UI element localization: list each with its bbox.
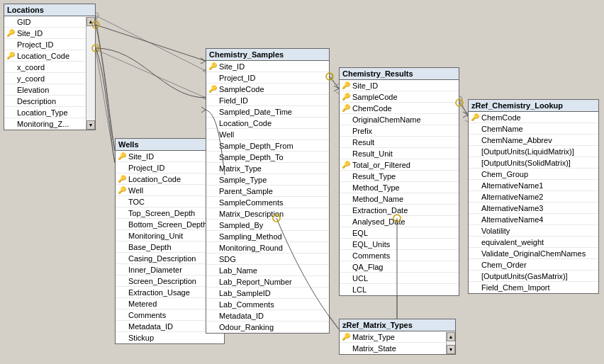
- no-key-icon: [471, 125, 479, 133]
- pk-icon: 🔑: [342, 161, 350, 169]
- table-row: Volatility: [469, 225, 598, 237]
- chemistry-results-body: 🔑Site_ID 🔑SampleCode 🔑ChemCode OriginalC…: [340, 80, 459, 295]
- table-row: 🔑Site_ID: [206, 61, 329, 72]
- table-row: Matrix_State: [340, 343, 455, 354]
- svg-line-36: [459, 103, 468, 115]
- table-row: Sample_Type: [206, 174, 329, 186]
- scroll-down-button[interactable]: ▼: [86, 120, 95, 130]
- no-key-icon: [6, 86, 15, 94]
- no-key-icon: [208, 198, 217, 207]
- no-key-icon: [118, 198, 126, 206]
- pk-icon: 🔑: [342, 333, 350, 341]
- no-key-icon: [118, 288, 126, 297]
- table-row: Result: [340, 137, 459, 148]
- table-row: AlternativeName1: [469, 180, 598, 191]
- locations-scrollbar[interactable]: ▲ ▼: [86, 17, 95, 130]
- table-row: AlternativeName4: [469, 214, 598, 225]
- table-row: GID: [4, 16, 95, 28]
- table-row: y_coord: [4, 73, 95, 84]
- no-key-icon: [208, 289, 217, 297]
- table-row: Sample_Depth_To: [206, 152, 329, 163]
- table-row: QA_Flag: [340, 261, 459, 273]
- table-row: Extraction_Date: [340, 205, 459, 216]
- table-row: Project_ID: [4, 39, 95, 50]
- table-row: AlternativeName3: [469, 203, 598, 214]
- no-key-icon: [208, 312, 217, 320]
- no-key-icon: [471, 193, 479, 201]
- no-key-icon: [208, 96, 217, 105]
- svg-line-4: [96, 50, 206, 98]
- no-key-icon: [118, 220, 126, 229]
- table-row: Sampled_Date_Time: [206, 106, 329, 118]
- no-key-icon: [342, 344, 350, 353]
- pk-icon: 🔑: [471, 113, 479, 122]
- no-key-icon: [208, 153, 217, 161]
- table-row: EQL_Units: [340, 239, 459, 250]
- no-key-icon: [6, 74, 15, 83]
- table-row: Sampling_Method: [206, 231, 329, 242]
- pk-icon: 🔑: [118, 175, 126, 183]
- no-key-icon: [208, 119, 217, 127]
- svg-line-33: [334, 86, 339, 89]
- no-key-icon: [6, 97, 15, 106]
- table-row: Matrix_Description: [206, 208, 329, 220]
- pk-icon: 🔑: [342, 81, 350, 90]
- zref-chemistry-lookup-title: zRef_Chemistry_Lookup: [471, 101, 563, 110]
- no-key-icon: [208, 278, 217, 286]
- zref-matrix-types-table: zRef_Matrix_Types 🔑Matrix_Type Matrix_St…: [339, 319, 456, 355]
- no-key-icon: [471, 249, 479, 258]
- no-key-icon: [471, 215, 479, 224]
- locations-title: Locations: [7, 6, 44, 14]
- no-key-icon: [471, 238, 479, 246]
- chemistry-results-header: Chemistry_Results: [340, 68, 459, 80]
- svg-line-18: [459, 99, 468, 117]
- no-key-icon: [342, 251, 350, 260]
- no-key-icon: [342, 274, 350, 283]
- pk-icon: 🔑: [118, 186, 126, 195]
- diagram-canvas: Locations GID 🔑 Site_ID Project_ID 🔑 Loc…: [0, 0, 604, 364]
- no-key-icon: [342, 217, 350, 226]
- table-row: equivalent_weight: [469, 237, 598, 248]
- no-key-icon: [471, 136, 479, 144]
- no-key-icon: [342, 183, 350, 192]
- locations-table-header: Locations: [4, 4, 95, 16]
- no-key-icon: [471, 181, 479, 190]
- table-row: AlternativeName2: [469, 191, 598, 203]
- no-key-icon: [342, 229, 350, 237]
- table-row: Sampled_By: [206, 220, 329, 231]
- table-row: Method_Name: [340, 193, 459, 205]
- zref-matrix-scrollbar[interactable]: ▲ ▼: [446, 332, 455, 354]
- table-row: EQL: [340, 227, 459, 239]
- table-row: Validate_OriginalChemNames: [469, 248, 598, 259]
- no-key-icon: [208, 74, 217, 82]
- zref-chemistry-lookup-table: zRef_Chemistry_Lookup 🔑ChemCode ChemName…: [468, 99, 599, 294]
- table-row: [OutputUnits(LiquidMatrix)]: [469, 146, 598, 157]
- svg-line-31: [330, 76, 339, 89]
- scroll-up-button[interactable]: ▲: [447, 332, 455, 341]
- table-row: Prefix: [340, 125, 459, 137]
- pk-icon: 🔑: [342, 93, 350, 101]
- table-row: Monitoring_Z...: [4, 118, 95, 130]
- no-key-icon: [118, 209, 126, 217]
- no-key-icon: [208, 232, 217, 241]
- no-key-icon: [208, 108, 217, 116]
- pk-icon: 🔑: [208, 85, 217, 93]
- svg-line-39: [463, 115, 468, 118]
- no-key-icon: [118, 311, 126, 319]
- svg-line-26: [201, 58, 206, 61]
- no-key-icon: [118, 334, 126, 342]
- scroll-down-button[interactable]: ▼: [447, 345, 455, 354]
- svg-line-8: [96, 16, 115, 151]
- table-row: Odour_Ranking: [206, 322, 329, 333]
- no-key-icon: [208, 130, 217, 139]
- table-row: Stickup: [116, 332, 224, 343]
- zref-matrix-types-body: 🔑Matrix_Type Matrix_State: [340, 331, 455, 354]
- table-row: Location_Type: [4, 107, 95, 118]
- no-key-icon: [208, 164, 217, 173]
- no-key-icon: [208, 142, 217, 150]
- svg-line-0: [96, 16, 206, 71]
- no-key-icon: [342, 138, 350, 147]
- no-key-icon: [118, 322, 126, 331]
- scroll-up-button[interactable]: ▲: [86, 17, 95, 26]
- locations-table: Locations GID 🔑 Site_ID Project_ID 🔑 Loc…: [4, 4, 96, 130]
